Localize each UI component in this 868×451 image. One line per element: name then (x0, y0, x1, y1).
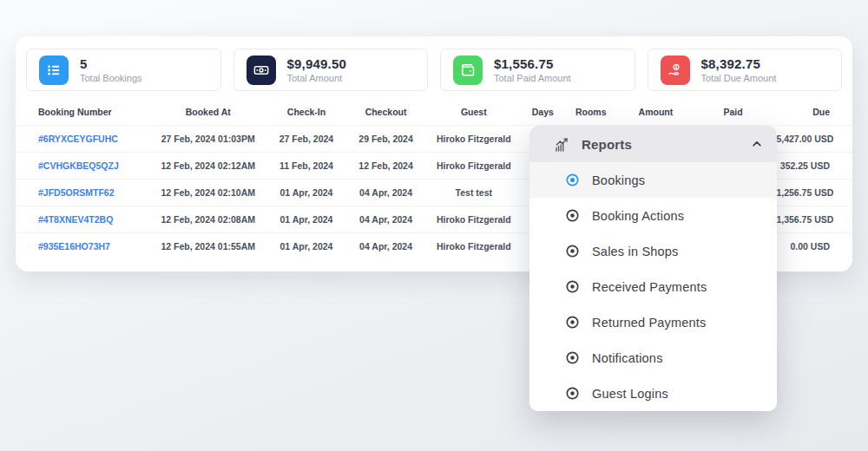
due-cell: 0.00 USD (773, 233, 852, 260)
due-cell: 1,356.75 USD (773, 206, 852, 233)
booking-number-link[interactable]: #4T8XNEV4T2BQ (38, 214, 113, 225)
column-header-booking-number: Booking Number (16, 100, 149, 126)
reports-dropdown-label: Reports (582, 137, 751, 152)
menu-item-label: Guest Logins (592, 387, 668, 401)
booking-number-link[interactable]: #6RYXCEYGFUHC (38, 134, 118, 144)
menu-item-label: Notifications (592, 351, 663, 365)
menu-item-booking-actions[interactable]: Booking Actions (529, 198, 777, 233)
banknote-icon (247, 56, 276, 85)
booking-number-link[interactable]: #JFD5ORSMTF62 (38, 187, 115, 198)
radio-icon (565, 350, 580, 365)
guest-cell: Hiroko Fitzgerald (425, 206, 522, 233)
stat-card-total-paid: $1,556.75 Total Paid Amount (440, 49, 635, 91)
stat-value: $8,392.75 (701, 56, 777, 71)
menu-item-label: Received Payments (592, 280, 707, 294)
stat-label: Total Bookings (80, 73, 142, 83)
column-header-amount: Amount (618, 100, 694, 126)
due-cell: 1,256.75 USD (773, 180, 852, 206)
menu-item-returned-payments[interactable]: Returned Payments (529, 304, 777, 340)
stat-card-total-due: $8,392.75 Total Due Amount (648, 49, 843, 91)
stat-label: Total Paid Amount (494, 73, 571, 83)
column-header-rooms: Rooms (563, 100, 618, 126)
column-header-guest: Guest (425, 100, 522, 126)
booked-at-cell: 27 Feb, 2024 01:03PM (149, 126, 266, 153)
bar-chart-icon (553, 135, 571, 154)
booking-number-link[interactable]: #935E16HO73H7 (38, 241, 110, 252)
stat-value: 5 (80, 56, 142, 71)
guest-cell: Hiroko Fitzgerald (425, 233, 522, 260)
menu-item-label: Booking Actions (592, 209, 684, 223)
guest-cell: Hiroko Fitzgerald (425, 126, 522, 153)
booked-at-cell: 12 Feb, 2024 02:10AM (149, 180, 266, 206)
stat-value: $9,949.50 (287, 56, 347, 71)
checkout-cell: 29 Feb, 2024 (346, 126, 426, 153)
booked-at-cell: 12 Feb, 2024 02:12AM (149, 153, 266, 180)
booked-at-cell: 12 Feb, 2024 02:08AM (149, 206, 266, 233)
checkout-cell: 04 Apr, 2024 (346, 206, 426, 233)
menu-item-label: Sales in Shops (592, 245, 679, 258)
column-header-paid: Paid (694, 100, 773, 126)
stat-card-total-amount: $9,949.50 Total Amount (233, 49, 429, 91)
hand-dollar-icon (661, 56, 690, 85)
wallet-icon (453, 56, 483, 85)
chevron-up-icon (751, 138, 763, 150)
booked-at-cell: 12 Feb, 2024 01:55AM (149, 233, 266, 260)
guest-cell: Hiroko Fitzgerald (425, 153, 522, 180)
reports-dropdown: Reports Bookings Booking Actions Sales i… (529, 126, 777, 411)
stat-card-total-bookings: 5 Total Bookings (26, 49, 221, 91)
check-in-cell: 27 Feb, 2024 (266, 126, 346, 153)
due-cell: 352.25 USD (773, 153, 852, 180)
column-header-checkout: Checkout (346, 100, 426, 126)
stats-row: 5 Total Bookings $9,949.50 Total Amount … (16, 36, 852, 98)
radio-icon (565, 208, 580, 223)
radio-icon (565, 315, 580, 330)
table-header-row: Booking Number Booked At Check-In Checko… (16, 100, 852, 126)
guest-cell: Test test (425, 180, 522, 206)
radio-selected-icon (565, 173, 580, 187)
list-icon (39, 56, 69, 85)
check-in-cell: 01 Apr, 2024 (266, 180, 346, 206)
checkout-cell: 04 Apr, 2024 (346, 233, 426, 260)
stat-label: Total Amount (287, 73, 347, 83)
column-header-check-in: Check-In (266, 100, 346, 126)
checkout-cell: 04 Apr, 2024 (346, 180, 426, 206)
reports-dropdown-toggle[interactable]: Reports (529, 126, 777, 162)
stat-label: Total Due Amount (701, 73, 777, 83)
menu-item-label: Bookings (592, 173, 645, 187)
radio-icon (565, 244, 580, 258)
check-in-cell: 11 Feb, 2024 (266, 153, 346, 180)
menu-item-label: Returned Payments (592, 316, 707, 330)
check-in-cell: 01 Apr, 2024 (266, 233, 346, 260)
menu-item-guest-logins[interactable]: Guest Logins (529, 376, 777, 411)
checkout-cell: 12 Feb, 2024 (346, 153, 426, 180)
check-in-cell: 01 Apr, 2024 (266, 206, 346, 233)
column-header-booked-at: Booked At (149, 100, 266, 126)
radio-icon (565, 279, 580, 294)
column-header-due: Due (773, 100, 852, 126)
menu-item-sales-in-shops[interactable]: Sales in Shops (529, 233, 777, 269)
menu-item-bookings[interactable]: Bookings (529, 162, 777, 198)
stat-value: $1,556.75 (494, 56, 571, 71)
column-header-days: Days (522, 100, 563, 126)
menu-item-received-payments[interactable]: Received Payments (529, 269, 777, 304)
booking-number-link[interactable]: #CVHGKBEQ5QZJ (38, 160, 119, 171)
due-cell: 5,427.00 USD (773, 126, 852, 153)
radio-icon (565, 386, 580, 401)
menu-item-notifications[interactable]: Notifications (529, 340, 777, 376)
